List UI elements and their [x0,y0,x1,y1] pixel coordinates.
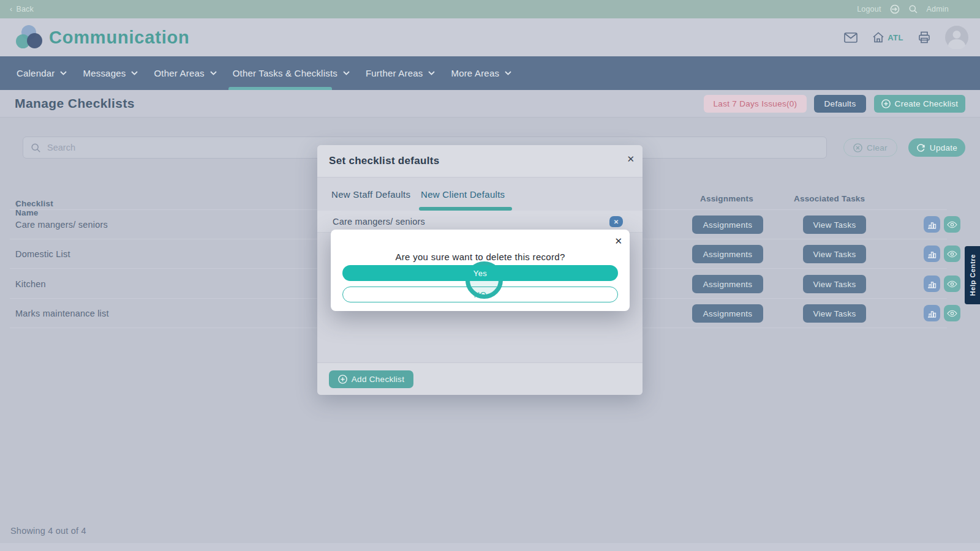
nav-item-label: Further Areas [366,68,423,78]
logout-icon[interactable] [890,4,900,14]
update-label: Update [930,143,957,152]
nav-item-messages[interactable]: Messages [83,68,138,78]
issues-badge: Last 7 Days Issues(0) [704,95,807,113]
confirm-message: Are you sure want to delete this record? [331,252,630,262]
help-centre-tab[interactable]: Help Centre [965,246,980,304]
checklist-name: Marks maintenance list [15,309,109,318]
location-code: ATL [888,33,903,42]
view-button[interactable] [944,216,960,233]
eye-icon [947,250,957,258]
assignments-button[interactable]: Assignments [692,275,763,293]
nav-item-label: Other Areas [154,68,204,78]
page-title: Manage Checklists [15,96,135,111]
sort-descending-icon[interactable]: ↓ [15,199,20,209]
logout-link[interactable]: Logout [857,5,881,13]
app-window: ‹ Back Logout Admin [0,0,980,551]
defaults-button[interactable]: Defaults [814,95,866,113]
tab-new-client-defaults[interactable]: New Client Defaults [421,178,505,211]
home-location[interactable]: ATL [872,31,903,43]
back-label: Back [16,5,34,13]
refresh-icon [916,143,925,152]
plus-circle-icon [881,99,891,108]
assignments-button[interactable]: Assignments [692,245,763,263]
update-button[interactable]: Update [908,138,965,157]
header-icons: ATL [844,18,968,56]
nav-item-more-areas[interactable]: More Areas [451,68,511,78]
view-tasks-button[interactable]: View Tasks [803,304,866,323]
modal-header: Set checklist defaults ✕ [317,145,643,178]
chart-button[interactable] [924,305,940,321]
modal-tabs: New Staff Defaults New Client Defaults [317,178,643,211]
admin-menu[interactable]: Admin [927,5,949,13]
view-button[interactable] [944,276,960,292]
modal-title: Set checklist defaults [329,155,439,167]
nav-item-label: Other Tasks & Checklists [233,68,337,78]
utility-bar: ‹ Back Logout Admin [0,0,980,18]
checklist-name: Kitchen [15,279,46,289]
remove-checklist-button[interactable]: ✕ [609,216,623,227]
create-checklist-button[interactable]: Create Checklist [874,95,965,113]
footer-strip [0,543,980,551]
assignments-button[interactable]: Assignments [692,216,763,234]
bar-chart-icon [927,280,937,288]
tab-new-staff-defaults[interactable]: New Staff Defaults [331,178,410,211]
bar-chart-icon [927,220,937,229]
apps-grid-icon[interactable] [957,5,967,14]
nav-item-label: More Areas [451,68,499,78]
page-title-bar: Manage Checklists Last 7 Days Issues(0) … [0,90,980,118]
add-checklist-button[interactable]: Add Checklist [329,370,413,388]
view-button[interactable] [944,246,960,262]
chart-button[interactable] [924,276,940,292]
app-logo-icon [16,25,44,50]
print-icon[interactable] [918,31,930,43]
help-centre-label: Help Centre [969,254,976,296]
chart-button[interactable] [924,216,940,233]
eye-icon [947,221,957,228]
nav-item-other-areas[interactable]: Other Areas [154,68,216,78]
confirm-close-button[interactable]: ✕ [614,236,622,247]
modal-footer: Add Checklist [317,362,643,395]
chevron-down-icon [505,71,511,75]
primary-nav: Calendar Messages Other Areas Other Task… [0,56,980,90]
modal-close-button[interactable]: ✕ [627,154,635,165]
add-checklist-label: Add Checklist [352,375,404,384]
view-tasks-button[interactable]: View Tasks [803,216,866,234]
search-icon [31,143,41,153]
eye-icon [947,280,957,288]
results-summary: Showing 4 out of 4 [10,526,86,536]
clear-circle-icon [853,143,862,152]
view-tasks-button[interactable]: View Tasks [803,245,866,263]
column-assignments: Assignments [700,194,753,203]
app-title: Communication [49,28,190,48]
column-associated-tasks: Associated Tasks [794,194,865,203]
confirm-delete-dialog: ✕ Are you sure want to delete this recor… [331,230,630,311]
back-button[interactable]: ‹ Back [10,5,34,13]
avatar[interactable] [945,26,968,49]
nav-item-other-tasks-checklists[interactable]: Other Tasks & Checklists [233,68,350,78]
bar-chart-icon [927,309,937,318]
nav-item-calendar[interactable]: Calendar [17,68,67,78]
default-checklist-name: Care mangers/ seniors [333,217,425,227]
chart-button[interactable] [924,246,940,262]
clear-button[interactable]: Clear [843,138,897,157]
app-header: Communication ATL [0,18,980,56]
utility-bar-right: Logout Admin [857,4,967,14]
nav-item-further-areas[interactable]: Further Areas [366,68,435,78]
checklist-name: Care mangers/ seniors [15,220,108,230]
plus-circle-icon [338,375,347,384]
checklist-name: Domestic List [15,249,70,259]
assignments-button[interactable]: Assignments [692,304,763,323]
search-icon[interactable] [908,4,918,14]
chevron-down-icon [131,71,138,75]
create-checklist-label: Create Checklist [895,99,959,108]
nav-item-label: Messages [83,68,126,78]
view-button[interactable] [944,305,960,321]
bar-chart-icon [927,250,937,258]
view-tasks-button[interactable]: View Tasks [803,275,866,293]
yes-button[interactable]: Yes [342,265,618,281]
chevron-down-icon [210,71,217,75]
nav-item-label: Calendar [17,68,55,78]
chevron-down-icon [60,71,67,75]
chevron-down-icon [343,71,350,75]
mail-icon[interactable] [844,32,858,43]
